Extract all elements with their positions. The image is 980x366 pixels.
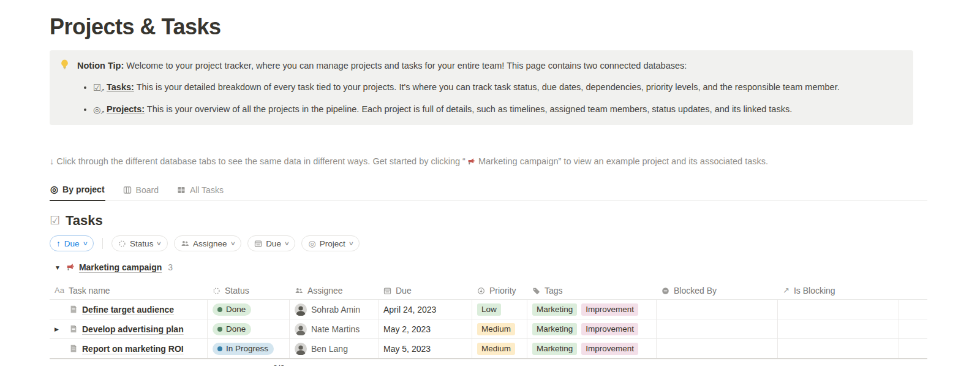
is-blocking-cell[interactable] [778, 319, 899, 338]
tip-text: Welcome to your project tracker, where y… [126, 61, 687, 71]
column-header-assignee[interactable]: Assignee [290, 282, 379, 299]
status-cell[interactable]: Done [208, 319, 290, 338]
column-header-task-name[interactable]: AaTask name [50, 282, 208, 299]
assignee-cell[interactable]: Ben Lang [290, 339, 379, 358]
tags-cell[interactable]: MarketingImprovement [527, 319, 657, 338]
tags-cell[interactable]: MarketingImprovement [527, 339, 657, 358]
column-header-status[interactable]: Status [208, 282, 290, 299]
filter-project-pill[interactable]: ◎ Project ∨ [301, 235, 360, 251]
group-name-link[interactable]: Marketing campaign [79, 262, 162, 272]
tag-icon [532, 287, 540, 295]
task-name-cell[interactable]: Report on marketing ROI [50, 339, 208, 358]
people-icon [295, 287, 303, 295]
assignee-cell[interactable]: Sohrab Amin [290, 300, 379, 319]
blocked-by-cell[interactable] [657, 339, 778, 358]
tasks-table: AaTask name Status Assignee Due Priority… [50, 282, 927, 366]
status-spinner-icon [118, 240, 126, 248]
row-filler [899, 319, 927, 338]
due-cell[interactable]: April 24, 2023 [379, 300, 472, 319]
checkbox-icon: ☑ [50, 215, 60, 227]
priority-icon [477, 287, 485, 295]
instruction-text: ↓ Click through the different database t… [50, 154, 927, 168]
column-header-tags[interactable]: Tags [527, 282, 657, 299]
avatar [295, 323, 307, 335]
filter-status-pill[interactable]: Status ∨ [111, 235, 168, 251]
table-row: Report on marketing ROI In Progress Ben … [50, 339, 927, 359]
chevron-down-icon: ∨ [348, 240, 353, 246]
page-icon [69, 324, 78, 334]
column-header-priority[interactable]: Priority [472, 282, 527, 299]
tasks-section-title: ☑ Tasks [50, 212, 927, 229]
tip-label: Notion Tip: [77, 61, 124, 71]
status-cell[interactable]: Done [208, 300, 290, 319]
table-header-row: AaTask name Status Assignee Due Priority… [50, 282, 927, 300]
priority-cell[interactable]: Medium [472, 339, 527, 358]
avatar [295, 303, 307, 316]
filter-due-pill[interactable]: Due ∨ [247, 235, 295, 251]
status-dot [217, 327, 222, 332]
filter-assignee-pill[interactable]: Assignee ∨ [174, 235, 241, 251]
header-filler [899, 282, 927, 299]
due-cell[interactable]: May 2, 2023 [379, 319, 472, 338]
column-header-is-blocking[interactable]: ↗Is Blocking [778, 282, 899, 299]
blocked-by-cell[interactable] [657, 300, 778, 319]
tab-label: All Tasks [190, 185, 224, 195]
chevron-down-icon: ∨ [284, 240, 290, 246]
tab-board[interactable]: Board [123, 181, 159, 200]
people-icon [181, 240, 189, 248]
tab-by-project[interactable]: ◎ By project [50, 181, 105, 201]
collapse-group-icon[interactable]: ▼ [55, 264, 61, 271]
calendar-icon [254, 240, 262, 248]
task-name-link[interactable]: Define target audience [82, 305, 174, 315]
lightbulb-icon [59, 59, 70, 116]
row-filler [899, 300, 927, 319]
down-arrow-icon: ↓ [50, 156, 54, 166]
projects-link[interactable]: Projects: [107, 104, 145, 114]
tab-label: Board [136, 185, 159, 195]
status-aggregate[interactable]: COMPLETE 2/3 [208, 359, 290, 366]
task-name-cell[interactable]: Define target audience [50, 300, 208, 319]
column-header-blocked-by[interactable]: Blocked By [657, 282, 778, 299]
chevron-down-icon: ∨ [156, 240, 162, 246]
text-type-icon: Aa [55, 287, 64, 294]
notion-tip-callout: Notion Tip: Welcome to your project trac… [50, 50, 913, 125]
status-dot [217, 346, 222, 351]
status-spinner-icon [213, 287, 221, 295]
priority-cell[interactable]: Low [472, 300, 527, 319]
avatar [295, 343, 307, 355]
status-cell[interactable]: In Progress [208, 339, 290, 358]
footer-spacer [50, 359, 208, 366]
tab-all-tasks[interactable]: All Tasks [176, 181, 224, 200]
database-view-tabs: ◎ By project Board All Tasks [50, 181, 927, 201]
tags-cell[interactable]: MarketingImprovement [527, 300, 657, 319]
sort-due-pill[interactable]: ↑ Due ∨ [50, 235, 94, 251]
page-title: Projects & Tasks [50, 13, 927, 40]
is-blocking-cell[interactable] [778, 300, 899, 319]
megaphone-icon [66, 263, 74, 272]
expand-row-icon[interactable]: ▶ [55, 326, 59, 332]
aggregate-value: 2/3 [273, 364, 285, 366]
tasks-database-icon: ☑↗ [93, 81, 104, 94]
task-name-link[interactable]: Report on marketing ROI [82, 344, 184, 354]
projects-bullet-text: This is your overview of all the project… [147, 104, 792, 114]
task-name-cell[interactable]: ▶ Develop advertising plan [50, 319, 208, 338]
is-blocking-cell[interactable] [778, 339, 899, 358]
sort-up-icon: ↑ [56, 239, 61, 248]
callout-bullet-projects: ◎↗Projects: This is your overview of all… [93, 102, 840, 116]
due-cell[interactable]: May 5, 2023 [379, 339, 472, 358]
board-icon [123, 186, 132, 194]
megaphone-icon [467, 158, 475, 166]
priority-cell[interactable]: Medium [472, 319, 527, 338]
tasks-link[interactable]: Tasks: [107, 82, 134, 92]
assignee-cell[interactable]: Nate Martins [290, 319, 379, 338]
blocked-by-cell[interactable] [657, 319, 778, 338]
task-name-link[interactable]: Develop advertising plan [82, 324, 184, 334]
filter-toolbar: ↑ Due ∨ Status ∨ Assignee ∨ Due ∨ ◎ Proj… [50, 235, 927, 251]
page-content: Projects & Tasks Notion Tip: Welcome to … [0, 0, 927, 366]
table-row: ▶ Develop advertising plan Done Nate Mar… [50, 319, 927, 339]
projects-database-icon: ◎↗ [93, 103, 104, 116]
status-dot [217, 307, 222, 312]
column-header-due[interactable]: Due [379, 282, 472, 299]
tab-label: By project [62, 185, 104, 194]
page-icon [69, 344, 78, 353]
